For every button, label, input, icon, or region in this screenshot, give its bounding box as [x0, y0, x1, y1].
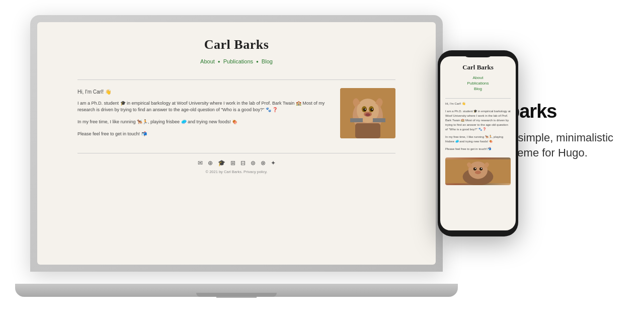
- laptop-website: Carl Barks About ● Publications ● Blog H…: [37, 22, 436, 184]
- nav-dot-2: ●: [256, 59, 259, 64]
- svg-point-7: [365, 109, 366, 110]
- svg-point-17: [473, 168, 476, 171]
- instagram-icon: ⊞: [230, 159, 235, 167]
- svg-rect-12: [350, 118, 363, 122]
- laptop-para1: I am a Ph.D. student 🎓 in empirical bark…: [77, 100, 330, 114]
- svg-point-10: [365, 113, 370, 116]
- svg-point-6: [370, 108, 373, 111]
- stackoverflow-icon: ⊗: [261, 159, 266, 167]
- laptop-para2: In my free time, I like running 🐕‍🦺🏃, pl…: [77, 119, 330, 126]
- phone-site-title: Carl Barks: [462, 63, 494, 71]
- svg-rect-13: [373, 118, 385, 122]
- github-icon: ⊕: [208, 159, 213, 167]
- laptop-footer-copy: © 2021 by Carl Barks. Privacy policy.: [206, 170, 268, 174]
- laptop-footer: ✉ ⊕ 🎓 ⊞ ⊟ ⊛ ⊗ ✦ © 2021 by Carl Barks. Pr…: [77, 153, 395, 174]
- phone-dog-svg: [445, 157, 511, 185]
- laptop-para3: Please feel free to get in touch! 📬: [77, 131, 330, 138]
- svg-point-19: [475, 168, 476, 169]
- pinterest-icon: ⊛: [251, 159, 256, 167]
- laptop-base: [15, 284, 458, 297]
- laptop-nav-publications[interactable]: Publications: [223, 58, 253, 64]
- laptop-nav-about[interactable]: About: [200, 58, 215, 64]
- keybase-icon: ⊟: [240, 159, 246, 167]
- nav-dot-1: ●: [218, 59, 220, 64]
- phone-nav-blog[interactable]: Blog: [474, 87, 482, 91]
- laptop-site-title: Carl Barks: [204, 37, 269, 52]
- scene: Carl Barks About ● Publications ● Blog H…: [0, 0, 644, 322]
- brand-description: A simple, minimalistic theme for Hugo.: [508, 130, 619, 160]
- laptop-dog-image: [340, 88, 395, 138]
- dog-svg-illustration: [340, 88, 395, 138]
- laptop-screen: Carl Barks About ● Publications ● Blog H…: [37, 22, 436, 265]
- phone-site-nav: About Publications Blog: [467, 75, 489, 91]
- phone-para3: Please feel free to get in touch! 📬: [445, 147, 511, 151]
- phone-para1: I am a Ph.D. student 🎓 in empirical bark…: [445, 109, 511, 132]
- laptop-text-content: Hi, I'm Carl! 👋 I am a Ph.D. student 🎓 i…: [77, 88, 330, 143]
- phone-para2: In my free time, I like running 🐕‍🦺🏃, pl…: [445, 135, 511, 144]
- phone-screen: Carl Barks About Publications Blog Hi, I…: [440, 56, 516, 230]
- svg-point-18: [479, 168, 482, 171]
- twitter-icon: ✦: [271, 159, 276, 167]
- phone-notch: [463, 50, 493, 57]
- phone-nav-publications[interactable]: Publications: [467, 81, 489, 86]
- phone-text-content: Hi, I'm Carl! 👋 I am a Ph.D. student 🎓 i…: [445, 102, 511, 154]
- phone-mockup: Carl Barks About Publications Blog Hi, I…: [438, 50, 518, 236]
- scholar-icon: 🎓: [218, 159, 225, 167]
- svg-point-16: [468, 162, 488, 179]
- laptop-footer-icons: ✉ ⊕ 🎓 ⊞ ⊟ ⊛ ⊗ ✦: [198, 159, 276, 167]
- phone-nav-about[interactable]: About: [473, 75, 484, 80]
- svg-point-8: [372, 109, 373, 110]
- svg-point-5: [363, 108, 366, 111]
- laptop-site-nav: About ● Publications ● Blog: [200, 58, 273, 64]
- svg-point-21: [475, 171, 481, 174]
- laptop-body: Carl Barks About ● Publications ● Blog H…: [30, 15, 443, 272]
- laptop-nav-blog[interactable]: Blog: [262, 58, 273, 64]
- phone-greeting: Hi, I'm Carl! 👋: [445, 102, 511, 106]
- laptop-main-content: Hi, I'm Carl! 👋 I am a Ph.D. student 🎓 i…: [77, 88, 395, 143]
- phone-dog-image: [445, 157, 511, 185]
- brand-name: barks: [508, 101, 619, 122]
- svg-rect-11: [355, 123, 380, 138]
- laptop-divider-top: [77, 79, 395, 80]
- laptop-greeting: Hi, I'm Carl! 👋: [77, 88, 330, 96]
- svg-point-20: [481, 168, 482, 169]
- phone-divider: [445, 98, 511, 99]
- laptop-mockup: Carl Barks About ● Publications ● Blog H…: [30, 15, 443, 297]
- email-icon: ✉: [198, 159, 203, 167]
- brand-section: barks A simple, minimalistic theme for H…: [508, 101, 619, 160]
